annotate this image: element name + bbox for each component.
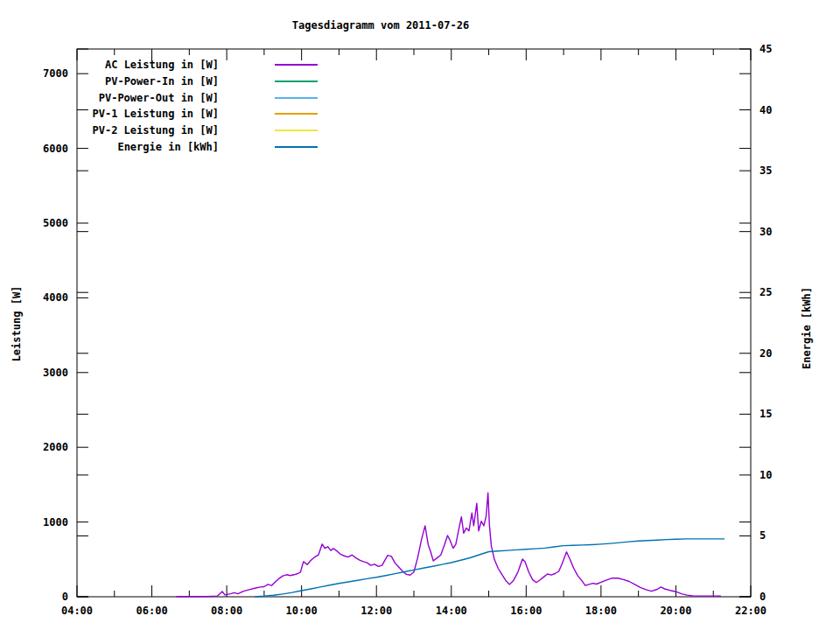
tick-label: 10:00 — [286, 605, 318, 617]
tick-label: 30 — [760, 226, 772, 238]
tick-label: 16:00 — [510, 605, 542, 617]
legend-label: Energie in [kWh] — [79, 141, 219, 153]
legend-row: PV-2 Leistung in [W] — [79, 122, 318, 139]
tick-label: 45 — [760, 43, 772, 55]
tick-label: 5000 — [43, 217, 68, 229]
tick-label: 7000 — [43, 67, 68, 80]
legend-line-sample — [275, 97, 318, 99]
legend-row: PV-1 Leistung in [W] — [79, 106, 318, 122]
series-line-0 — [176, 493, 720, 597]
tick-label: 40 — [760, 104, 772, 116]
legend-label: PV-Power-Out in [W] — [79, 92, 219, 104]
tick-label: 22:00 — [735, 605, 766, 617]
tick-label: 15 — [760, 408, 772, 420]
tick-label: 2000 — [43, 441, 68, 453]
tick-label: 18:00 — [585, 605, 617, 617]
legend-label: PV-1 Leistung in [W] — [79, 108, 219, 120]
legend-row: PV-Power-Out in [W] — [79, 89, 318, 106]
legend-line-sample — [275, 113, 318, 115]
tick-label: 1000 — [43, 516, 68, 528]
legend-row: PV-Power-In in [W] — [79, 74, 318, 90]
legend-row: Energie in [kWh] — [79, 138, 318, 155]
tick-label: 20:00 — [660, 605, 691, 617]
tick-label: 0 — [760, 591, 766, 603]
tick-label: 10 — [760, 469, 772, 481]
tick-label: 3000 — [43, 367, 68, 379]
tick-label: 12:00 — [360, 605, 392, 617]
legend-line-sample — [275, 130, 318, 131]
legend-line-sample — [275, 146, 318, 148]
tick-label: 35 — [760, 164, 772, 177]
legend-label: PV-Power-In in [W] — [79, 75, 219, 88]
legend-label: AC Leistung in [W] — [79, 59, 219, 71]
legend-label: PV-2 Leistung in [W] — [79, 124, 219, 136]
legend-line-sample — [275, 64, 318, 66]
tick-label: 20 — [760, 347, 772, 360]
tick-label: 4000 — [43, 291, 68, 304]
legend-line-sample — [275, 80, 318, 82]
legend-row: AC Leistung in [W] — [79, 57, 318, 74]
tick-label: 0 — [62, 591, 68, 603]
tick-label: 6000 — [43, 143, 68, 155]
tick-label: 25 — [760, 286, 772, 298]
tick-label: 14:00 — [436, 605, 467, 617]
tick-label: 04:00 — [61, 605, 93, 617]
gnuplot-chart-image: Tagesdiagramm vom 2011-07-26 Leistung [W… — [0, 0, 840, 630]
tick-label: 5 — [760, 529, 766, 542]
tick-label: 08:00 — [211, 605, 242, 617]
legend: AC Leistung in [W] PV-Power-In in [W] PV… — [79, 57, 318, 155]
tick-label: 06:00 — [136, 605, 167, 617]
